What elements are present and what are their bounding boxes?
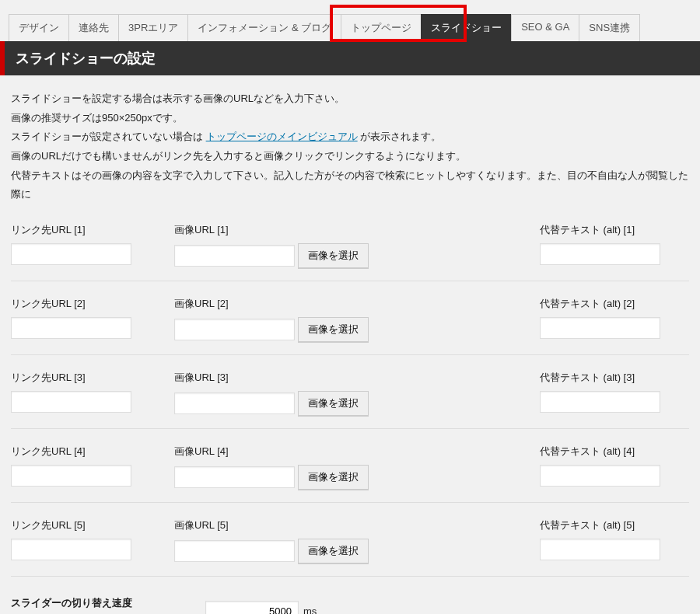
tab-6[interactable]: SEO & GA <box>511 14 579 41</box>
tab-1[interactable]: 連絡先 <box>68 14 119 41</box>
alt-text-input-3[interactable] <box>540 391 660 413</box>
tab-3[interactable]: インフォメーション & ブログ <box>187 14 341 41</box>
image-url-label: 画像URL [1] <box>174 223 540 237</box>
select-image-button-5[interactable]: 画像を選択 <box>298 539 369 563</box>
slide-row-4: リンク先URL [4]画像URL [4]画像を選択代替テキスト (alt) [4… <box>11 429 689 503</box>
description-block: スライドショーを設定する場合は表示する画像のURLなどを入力下さい。 画像の推奨… <box>0 75 700 208</box>
alt-text-label: 代替テキスト (alt) [5] <box>540 518 689 532</box>
select-image-button-3[interactable]: 画像を選択 <box>298 391 369 416</box>
tab-0[interactable]: デザイン <box>9 14 69 41</box>
link-url-input-2[interactable] <box>11 317 131 339</box>
desc-line-4: 画像のURLだけでも構いませんがリンク先を入力すると画像クリックでリンクするよう… <box>11 147 689 166</box>
image-url-input-3[interactable] <box>174 392 295 414</box>
desc-line-1: スライドショーを設定する場合は表示する画像のURLなどを入力下さい。 <box>11 89 689 109</box>
image-url-label: 画像URL [5] <box>174 518 540 532</box>
link-url-input-1[interactable] <box>11 243 131 265</box>
slide-row-5: リンク先URL [5]画像URL [5]画像を選択代替テキスト (alt) [5… <box>11 503 689 577</box>
image-url-input-2[interactable] <box>174 319 295 340</box>
tab-7[interactable]: SNS連携 <box>579 14 640 41</box>
desc-line-3: スライドショーが設定されていない場合は トップページのメインビジュアル が表示さ… <box>11 127 689 147</box>
alt-text-input-5[interactable] <box>540 539 660 560</box>
alt-text-label: 代替テキスト (alt) [3] <box>540 371 689 385</box>
alt-text-input-4[interactable] <box>540 465 660 487</box>
link-url-label: リンク先URL [1] <box>11 223 174 237</box>
link-url-label: リンク先URL [3] <box>11 371 174 385</box>
select-image-button-1[interactable]: 画像を選択 <box>298 243 369 268</box>
image-url-label: 画像URL [4] <box>174 445 540 459</box>
link-url-label: リンク先URL [5] <box>11 518 174 532</box>
select-image-button-2[interactable]: 画像を選択 <box>298 317 369 342</box>
slider-speed-unit: ms <box>303 605 317 614</box>
link-url-input-4[interactable] <box>11 465 131 487</box>
section-title: スライドショーの設定 <box>0 41 700 75</box>
link-url-input-5[interactable] <box>11 539 131 560</box>
alt-text-label: 代替テキスト (alt) [4] <box>540 445 689 459</box>
tab-bar: デザイン連絡先3PRエリアインフォメーション & ブログトップページスライドショ… <box>0 0 700 41</box>
slider-speed-label: スライダーの切り替え速度 (1秒は1000msです) <box>11 595 205 614</box>
main-visual-link[interactable]: トップページのメインビジュアル <box>206 131 358 142</box>
image-url-input-4[interactable] <box>174 466 295 488</box>
tab-5[interactable]: スライドショー <box>421 14 512 41</box>
link-url-input-3[interactable] <box>11 391 131 413</box>
slide-row-1: リンク先URL [1]画像URL [1]画像を選択代替テキスト (alt) [1… <box>11 208 689 281</box>
image-url-input-5[interactable] <box>174 540 295 562</box>
link-url-label: リンク先URL [4] <box>11 445 174 459</box>
image-url-label: 画像URL [3] <box>174 371 540 385</box>
slider-speed-input[interactable] <box>205 601 299 614</box>
desc-line-5: 代替テキストはその画像の内容を文字で入力して下さい。記入した方がその内容で検索に… <box>11 166 689 204</box>
select-image-button-4[interactable]: 画像を選択 <box>298 465 369 490</box>
slide-row-2: リンク先URL [2]画像URL [2]画像を選択代替テキスト (alt) [2… <box>11 281 689 355</box>
image-url-label: 画像URL [2] <box>174 297 540 311</box>
slide-row-3: リンク先URL [3]画像URL [3]画像を選択代替テキスト (alt) [3… <box>11 355 689 429</box>
image-url-input-1[interactable] <box>174 245 295 267</box>
link-url-label: リンク先URL [2] <box>11 297 174 311</box>
tab-2[interactable]: 3PRエリア <box>118 14 188 41</box>
alt-text-label: 代替テキスト (alt) [1] <box>540 223 689 237</box>
alt-text-input-2[interactable] <box>540 317 660 339</box>
alt-text-label: 代替テキスト (alt) [2] <box>540 297 689 311</box>
tab-4[interactable]: トップページ <box>341 14 422 41</box>
desc-line-2: 画像の推奨サイズは950×250pxです。 <box>11 109 689 128</box>
alt-text-input-1[interactable] <box>540 243 660 265</box>
